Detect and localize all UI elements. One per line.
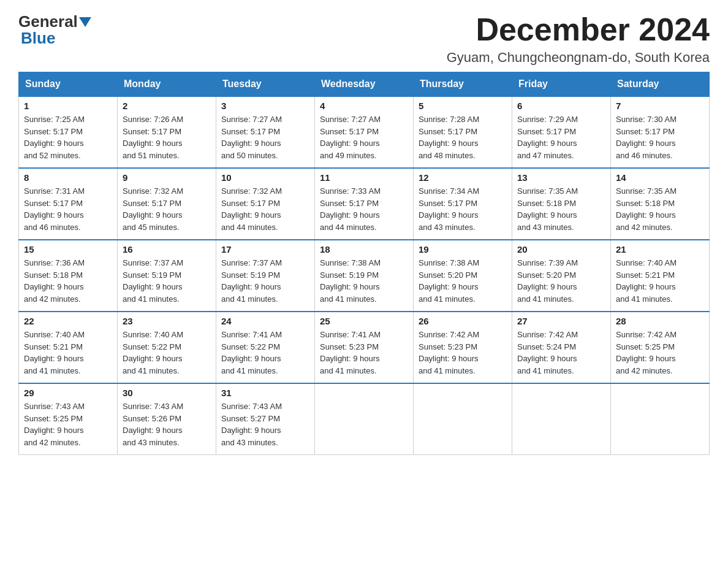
day-number: 30 (123, 388, 211, 398)
day-number: 8 (24, 172, 112, 183)
logo-triangle-icon (79, 17, 91, 27)
day-info: Sunrise: 7:40 AM Sunset: 5:22 PM Dayligh… (123, 329, 211, 377)
calendar-cell: 18 Sunrise: 7:38 AM Sunset: 5:19 PM Dayl… (315, 240, 414, 312)
day-number: 6 (517, 101, 605, 111)
weekday-header-wednesday: Wednesday (315, 72, 414, 97)
day-info: Sunrise: 7:41 AM Sunset: 5:23 PM Dayligh… (320, 329, 408, 377)
weekday-header-saturday: Saturday (611, 72, 710, 97)
weekday-header-tuesday: Tuesday (216, 72, 315, 97)
calendar-cell: 26 Sunrise: 7:42 AM Sunset: 5:23 PM Dayl… (414, 312, 512, 383)
calendar-cell: 20 Sunrise: 7:39 AM Sunset: 5:20 PM Dayl… (512, 240, 611, 312)
calendar-cell: 28 Sunrise: 7:42 AM Sunset: 5:25 PM Dayl… (611, 312, 710, 383)
day-number: 21 (616, 244, 704, 255)
day-number: 1 (24, 101, 112, 111)
day-info: Sunrise: 7:34 AM Sunset: 5:17 PM Dayligh… (419, 185, 507, 233)
day-info: Sunrise: 7:32 AM Sunset: 5:17 PM Dayligh… (123, 185, 211, 233)
day-number: 25 (320, 316, 408, 326)
day-number: 13 (517, 172, 605, 183)
day-info: Sunrise: 7:31 AM Sunset: 5:17 PM Dayligh… (24, 185, 112, 233)
calendar-cell: 5 Sunrise: 7:28 AM Sunset: 5:17 PM Dayli… (414, 96, 512, 168)
day-info: Sunrise: 7:43 AM Sunset: 5:25 PM Dayligh… (24, 400, 112, 448)
calendar-cell: 11 Sunrise: 7:33 AM Sunset: 5:17 PM Dayl… (315, 168, 414, 240)
day-number: 11 (320, 172, 408, 183)
day-info: Sunrise: 7:40 AM Sunset: 5:21 PM Dayligh… (616, 257, 704, 305)
calendar-cell: 10 Sunrise: 7:32 AM Sunset: 5:17 PM Dayl… (216, 168, 315, 240)
calendar-week-row: 8 Sunrise: 7:31 AM Sunset: 5:17 PM Dayli… (19, 168, 710, 240)
day-number: 17 (221, 244, 309, 255)
day-number: 10 (221, 172, 309, 183)
day-number: 5 (419, 101, 507, 111)
day-number: 22 (24, 316, 112, 326)
weekday-header-friday: Friday (512, 72, 611, 97)
day-info: Sunrise: 7:42 AM Sunset: 5:23 PM Dayligh… (419, 329, 507, 377)
day-info: Sunrise: 7:40 AM Sunset: 5:21 PM Dayligh… (24, 329, 112, 377)
day-number: 31 (221, 388, 309, 398)
day-info: Sunrise: 7:42 AM Sunset: 5:24 PM Dayligh… (517, 329, 605, 377)
day-number: 14 (616, 172, 704, 183)
day-number: 3 (221, 101, 309, 111)
day-info: Sunrise: 7:43 AM Sunset: 5:26 PM Dayligh… (123, 400, 211, 448)
day-number: 2 (123, 101, 211, 111)
calendar-cell: 16 Sunrise: 7:37 AM Sunset: 5:19 PM Dayl… (118, 240, 216, 312)
page-header: General Blue December 2024 Gyuam, Chungc… (18, 12, 710, 66)
calendar-cell: 4 Sunrise: 7:27 AM Sunset: 5:17 PM Dayli… (315, 96, 414, 168)
location-subtitle: Gyuam, Chungcheongnam-do, South Korea (447, 50, 710, 66)
day-number: 9 (123, 172, 211, 183)
calendar-cell: 24 Sunrise: 7:41 AM Sunset: 5:22 PM Dayl… (216, 312, 315, 383)
calendar-cell: 12 Sunrise: 7:34 AM Sunset: 5:17 PM Dayl… (414, 168, 512, 240)
month-title: December 2024 (447, 12, 710, 47)
day-info: Sunrise: 7:33 AM Sunset: 5:17 PM Dayligh… (320, 185, 408, 233)
title-area: December 2024 Gyuam, Chungcheongnam-do, … (447, 12, 710, 66)
calendar-cell: 21 Sunrise: 7:40 AM Sunset: 5:21 PM Dayl… (611, 240, 710, 312)
calendar-cell: 22 Sunrise: 7:40 AM Sunset: 5:21 PM Dayl… (19, 312, 118, 383)
weekday-header-monday: Monday (118, 72, 216, 97)
day-info: Sunrise: 7:25 AM Sunset: 5:17 PM Dayligh… (24, 113, 112, 161)
calendar-cell: 25 Sunrise: 7:41 AM Sunset: 5:23 PM Dayl… (315, 312, 414, 383)
calendar-cell: 3 Sunrise: 7:27 AM Sunset: 5:17 PM Dayli… (216, 96, 315, 168)
day-info: Sunrise: 7:29 AM Sunset: 5:17 PM Dayligh… (517, 113, 605, 161)
day-info: Sunrise: 7:27 AM Sunset: 5:17 PM Dayligh… (320, 113, 408, 161)
calendar-cell: 30 Sunrise: 7:43 AM Sunset: 5:26 PM Dayl… (118, 383, 216, 455)
day-info: Sunrise: 7:38 AM Sunset: 5:19 PM Dayligh… (320, 257, 408, 305)
day-number: 28 (616, 316, 704, 326)
day-info: Sunrise: 7:38 AM Sunset: 5:20 PM Dayligh… (419, 257, 507, 305)
weekday-header-sunday: Sunday (19, 72, 118, 97)
day-info: Sunrise: 7:42 AM Sunset: 5:25 PM Dayligh… (616, 329, 704, 377)
calendar-cell: 6 Sunrise: 7:29 AM Sunset: 5:17 PM Dayli… (512, 96, 611, 168)
calendar-week-row: 29 Sunrise: 7:43 AM Sunset: 5:25 PM Dayl… (19, 383, 710, 455)
calendar-week-row: 22 Sunrise: 7:40 AM Sunset: 5:21 PM Dayl… (19, 312, 710, 383)
calendar-cell: 8 Sunrise: 7:31 AM Sunset: 5:17 PM Dayli… (19, 168, 118, 240)
day-number: 26 (419, 316, 507, 326)
day-info: Sunrise: 7:26 AM Sunset: 5:17 PM Dayligh… (123, 113, 211, 161)
day-info: Sunrise: 7:37 AM Sunset: 5:19 PM Dayligh… (221, 257, 309, 305)
calendar-cell: 9 Sunrise: 7:32 AM Sunset: 5:17 PM Dayli… (118, 168, 216, 240)
day-number: 18 (320, 244, 408, 255)
logo: General Blue (18, 12, 93, 48)
day-info: Sunrise: 7:28 AM Sunset: 5:17 PM Dayligh… (419, 113, 507, 161)
calendar-cell: 15 Sunrise: 7:36 AM Sunset: 5:18 PM Dayl… (19, 240, 118, 312)
calendar-cell: 13 Sunrise: 7:35 AM Sunset: 5:18 PM Dayl… (512, 168, 611, 240)
calendar-cell (512, 383, 611, 455)
day-info: Sunrise: 7:39 AM Sunset: 5:20 PM Dayligh… (517, 257, 605, 305)
calendar-cell: 17 Sunrise: 7:37 AM Sunset: 5:19 PM Dayl… (216, 240, 315, 312)
calendar-cell: 29 Sunrise: 7:43 AM Sunset: 5:25 PM Dayl… (19, 383, 118, 455)
calendar-cell (414, 383, 512, 455)
calendar-cell: 7 Sunrise: 7:30 AM Sunset: 5:17 PM Dayli… (611, 96, 710, 168)
day-info: Sunrise: 7:37 AM Sunset: 5:19 PM Dayligh… (123, 257, 211, 305)
day-info: Sunrise: 7:43 AM Sunset: 5:27 PM Dayligh… (221, 400, 309, 448)
day-number: 23 (123, 316, 211, 326)
day-number: 15 (24, 244, 112, 255)
weekday-header-thursday: Thursday (414, 72, 512, 97)
day-number: 4 (320, 101, 408, 111)
day-number: 20 (517, 244, 605, 255)
day-number: 16 (123, 244, 211, 255)
day-info: Sunrise: 7:35 AM Sunset: 5:18 PM Dayligh… (517, 185, 605, 233)
calendar-cell: 27 Sunrise: 7:42 AM Sunset: 5:24 PM Dayl… (512, 312, 611, 383)
calendar-cell: 23 Sunrise: 7:40 AM Sunset: 5:22 PM Dayl… (118, 312, 216, 383)
calendar-week-row: 15 Sunrise: 7:36 AM Sunset: 5:18 PM Dayl… (19, 240, 710, 312)
weekday-header-row: SundayMondayTuesdayWednesdayThursdayFrid… (19, 72, 710, 97)
day-info: Sunrise: 7:32 AM Sunset: 5:17 PM Dayligh… (221, 185, 309, 233)
day-number: 29 (24, 388, 112, 398)
day-info: Sunrise: 7:36 AM Sunset: 5:18 PM Dayligh… (24, 257, 112, 305)
calendar-cell: 31 Sunrise: 7:43 AM Sunset: 5:27 PM Dayl… (216, 383, 315, 455)
